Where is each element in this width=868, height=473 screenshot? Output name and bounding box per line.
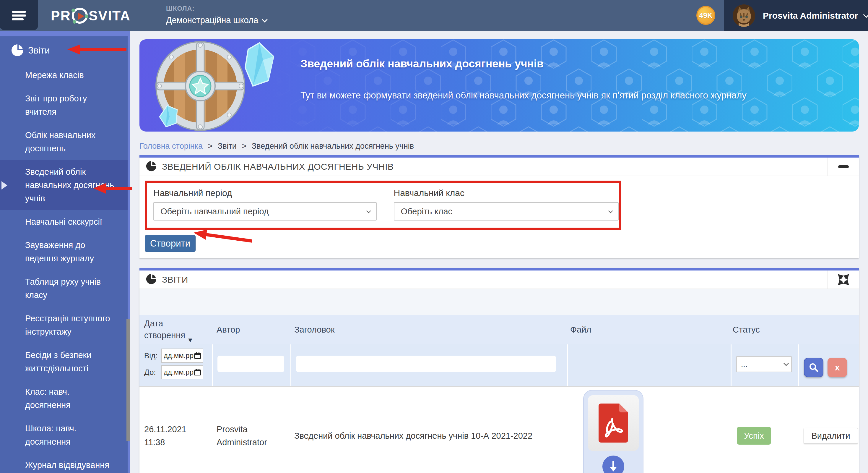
annotation-arrow-active-item [93, 183, 132, 195]
table-toolbar-space [140, 289, 859, 315]
class-select[interactable]: Оберіть клас [394, 202, 619, 220]
user-menu[interactable]: Prosvita Administrator [724, 0, 868, 31]
period-select-value: Оберіть навчальний період [160, 207, 269, 216]
magnifier-icon [809, 362, 819, 373]
sidebar-item-class-achievements[interactable]: Клас: навч. досягнення [0, 380, 128, 417]
class-label: Навчальний клас [394, 188, 619, 198]
breadcrumb-current: Зведений облік навчальних досягнень учні… [252, 142, 414, 150]
row-status-cell: Успіх [728, 427, 795, 445]
pie-chart-icon [146, 161, 157, 173]
to-label: До: [144, 368, 161, 377]
logo-text-right: SVITA [89, 8, 131, 24]
column-header-title: Заголовок [289, 315, 565, 345]
date-to-input[interactable]: дд.мм.рррр [161, 365, 203, 379]
pie-chart-icon [146, 274, 157, 286]
title-filter-input[interactable] [296, 356, 556, 372]
row-author-cell: Prosvita Administrator [212, 423, 289, 449]
collapse-panel-button[interactable] [828, 157, 859, 176]
row-time: 11:38 [144, 436, 212, 449]
clear-filters-button[interactable]: x [828, 358, 847, 377]
breadcrumb-reports: Звіти [218, 142, 237, 150]
annotation-red-box: Навчальний період Оберіть навчальний пер… [145, 181, 621, 230]
search-button[interactable] [804, 358, 824, 377]
coins-badge[interactable]: 49K [696, 6, 715, 25]
coins-count: 49K [699, 11, 713, 20]
row-date: 26.11.2021 [144, 423, 212, 436]
sidebar-item-journal-remarks[interactable]: Зауваження до ведення журналу [0, 234, 128, 270]
column-header-status: Статус [728, 315, 795, 345]
avatar [733, 4, 755, 27]
calendar-icon [194, 369, 201, 376]
from-label: Від: [144, 351, 161, 360]
top-bar: PR SVITA ШКОЛА: Демонстраційна школа 49K [0, 0, 868, 31]
x-icon: x [835, 362, 840, 373]
prosvita-logo: PR SVITA [51, 0, 131, 31]
expand-arrows-icon [838, 274, 849, 285]
pdf-icon [598, 404, 628, 443]
crystal-large [245, 43, 274, 86]
chevron-down-icon [608, 208, 613, 213]
sort-desc-icon: ▼ [187, 336, 193, 344]
download-button[interactable] [601, 454, 626, 473]
sidebar-item-class-network[interactable]: Мережа класів [0, 64, 128, 87]
file-filter-cell [568, 345, 731, 386]
sidebar-item-induction-registration[interactable]: Реєстрація вступного інструктажу [0, 307, 128, 344]
school-name: Демонстраційна школа [166, 16, 258, 25]
chevron-down-icon [863, 11, 868, 18]
school-label: ШКОЛА: [166, 5, 266, 12]
status-badge: Успіх [737, 427, 771, 445]
pdf-file-card[interactable] [583, 390, 644, 473]
table-row: 26.11.2021 11:38 Prosvita Administrator … [140, 387, 859, 473]
breadcrumb-home-link[interactable]: Головна сторінка [140, 142, 203, 150]
date-filter-cell: Від: дд.мм.рррр До: дд.мм.рррр [140, 345, 212, 386]
sidebar-item-teacher-report[interactable]: Звіт про роботу вчителя [0, 87, 128, 124]
expand-panel-button[interactable] [828, 270, 859, 289]
panel-title: ЗВЕДЕНИЙ ОБЛІК НАВЧАЛЬНИХ ДОСЯГНЕНЬ УЧНІ… [162, 162, 394, 172]
row-file-cell [565, 390, 728, 473]
table-header-row: Дата створення▼ Автор Заголовок Файл Ста… [140, 315, 859, 345]
school-selector[interactable]: ШКОЛА: Демонстраційна школа [166, 5, 266, 25]
status-select-value: ... [741, 360, 747, 369]
page-banner: Зведений облік навчальних досягнень учні… [140, 39, 859, 131]
calendar-icon [194, 352, 201, 359]
shield-illustration [141, 39, 280, 131]
logo-text-left: PR [51, 8, 71, 24]
banner-title: Зведений облік навчальних досягнень учні… [301, 58, 544, 70]
logo-play-icon [72, 8, 88, 24]
download-arrow-icon [608, 461, 618, 472]
period-label: Навчальний період [153, 188, 377, 198]
reports-panel: ЗВІТИ Дата створення▼ Автор Заголовок [140, 268, 859, 473]
sidebar: Звіти Мережа класів Звіт про роботу вчит… [0, 31, 130, 473]
column-header-date-sort[interactable]: Дата створення▼ [140, 315, 212, 345]
active-item-marker-icon [1, 181, 7, 189]
sidebar-item-excursions[interactable]: Навчальні екскурсії [0, 210, 128, 234]
sidebar-item-label: Звіти [28, 45, 50, 56]
row-title-cell: Зведений облік навчальних досягнень учні… [289, 429, 565, 442]
chevron-down-icon [783, 361, 788, 366]
banner-subtitle: Тут ви можете формувати зведений облік н… [301, 90, 859, 101]
period-select[interactable]: Оберіть навчальний період [153, 202, 377, 220]
sidebar-item-achievements[interactable]: Облік навчальних досягнень [0, 124, 128, 160]
sidebar-scrollbar[interactable] [126, 319, 130, 441]
minus-icon [838, 165, 849, 168]
column-header-file: Файл [565, 315, 728, 345]
sidebar-group-reports: Звіти Мережа класів Звіт про роботу вчит… [0, 36, 128, 473]
date-from-input[interactable]: дд.мм.рррр [161, 349, 203, 363]
sidebar-item-school-achievements[interactable]: Школа: навч. досягнення [0, 417, 128, 453]
author-filter-input[interactable] [217, 356, 284, 372]
class-select-value: Оберіть клас [401, 207, 453, 216]
table-filter-row: Від: дд.мм.рррр До: дд.мм.рррр [140, 345, 859, 386]
sidebar-item-attendance-journal[interactable]: Журнал відвідування [0, 453, 128, 473]
annotation-arrow-reports [67, 44, 126, 56]
chevron-down-icon [262, 17, 268, 23]
pie-chart-icon [11, 44, 24, 58]
row-actions-cell: Видалити [795, 428, 859, 444]
status-filter-select[interactable]: ... [736, 356, 792, 372]
row-date-cell: 26.11.2021 11:38 [140, 423, 212, 449]
sidebar-item-movement-table[interactable]: Таблиця руху учнів класу [0, 270, 128, 307]
sidebar-item-safety-talks[interactable]: Бесіди з безпеки життєдіяльності [0, 344, 128, 380]
column-header-author: Автор [212, 315, 289, 345]
delete-button[interactable]: Видалити [804, 428, 858, 444]
hamburger-menu-button[interactable] [0, 0, 38, 30]
create-button[interactable]: Створити [145, 235, 195, 252]
